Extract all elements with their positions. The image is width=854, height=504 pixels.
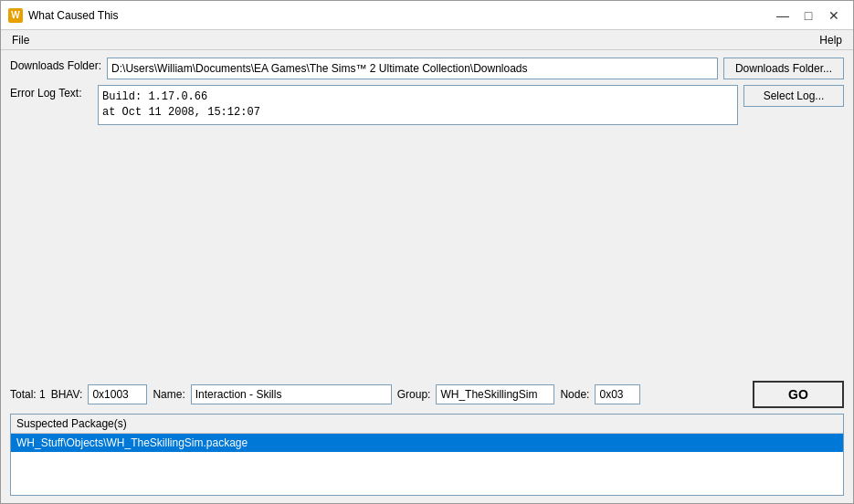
main-window: W What Caused This — □ ✕ File Help Downl… — [0, 0, 854, 504]
title-bar: W What Caused This — □ ✕ — [1, 1, 853, 30]
suspected-packages-list: WH_Stuff\Objects\WH_TheSkillingSim.packa… — [11, 434, 843, 452]
error-log-container: Error Log Text: Select Log... — [10, 85, 844, 375]
total-label: Total: 1 — [10, 388, 46, 401]
app-icon: W — [8, 8, 23, 23]
suspected-packages-panel: Suspected Package(s) WH_Stuff\Objects\WH… — [10, 414, 844, 496]
name-input[interactable] — [191, 384, 392, 404]
content-area: Downloads Folder: Downloads Folder... Er… — [1, 50, 853, 503]
select-log-button[interactable]: Select Log... — [743, 85, 844, 107]
error-log-textarea[interactable] — [98, 85, 738, 125]
error-log-wrapper — [98, 85, 738, 125]
name-label: Name: — [153, 388, 185, 401]
title-bar-controls: — □ ✕ — [771, 6, 846, 25]
node-input[interactable] — [595, 384, 640, 404]
side-buttons: Select Log... — [743, 85, 844, 107]
group-label: Group: — [397, 388, 431, 401]
bhav-row: Total: 1 BHAV: Name: Group: Node: GO — [10, 381, 844, 408]
menu-bar: File Help — [1, 30, 853, 50]
suspected-packages-header: Suspected Package(s) — [11, 415, 843, 434]
node-label: Node: — [560, 388, 589, 401]
error-log-label: Error Log Text: — [10, 85, 92, 100]
bhav-input[interactable] — [88, 384, 147, 404]
close-button[interactable]: ✕ — [822, 6, 846, 25]
downloads-label: Downloads Folder: — [10, 58, 101, 72]
suspected-package-item[interactable]: WH_Stuff\Objects\WH_TheSkillingSim.packa… — [11, 434, 843, 452]
file-menu[interactable]: File — [5, 32, 37, 48]
go-button[interactable]: GO — [753, 381, 844, 408]
downloads-input[interactable] — [107, 58, 718, 79]
downloads-folder-button[interactable]: Downloads Folder... — [723, 58, 844, 79]
bhav-label: BHAV: — [51, 388, 83, 401]
minimize-button[interactable]: — — [771, 6, 795, 25]
maximize-button[interactable]: □ — [796, 6, 820, 25]
downloads-row: Downloads Folder: Downloads Folder... — [10, 58, 844, 79]
group-input[interactable] — [436, 384, 554, 404]
window-title: What Caused This — [28, 9, 771, 22]
help-menu[interactable]: Help — [812, 32, 849, 48]
